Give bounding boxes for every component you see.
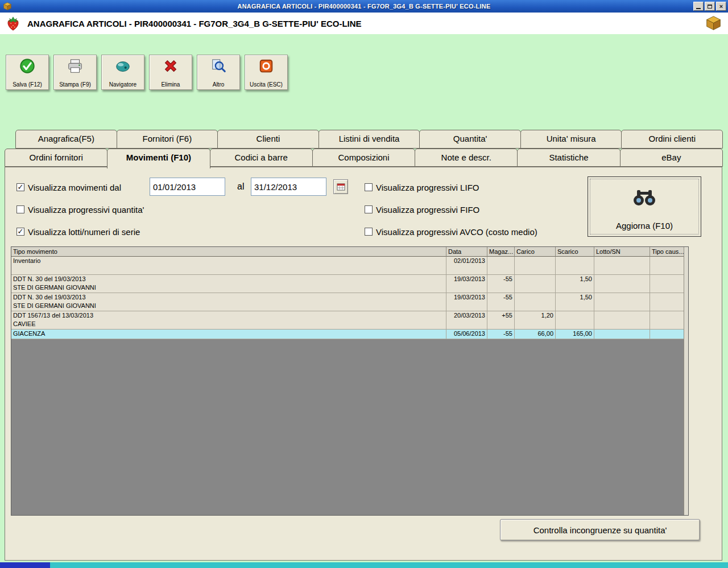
table-row[interactable]: Inventario 02/01/2013 [11,257,688,275]
window-controls: × [693,2,726,11]
filter-movimenti-dal: Visualizza movimenti dal [16,182,121,193]
cell-carico [515,293,556,311]
printer-icon [67,57,84,77]
taskbar-edge [0,562,728,568]
check-inconsistencies-label: Controlla incongruenze su quantita' [533,525,667,535]
avco-checkbox[interactable] [365,228,373,236]
cell-lotto-sn [594,275,650,293]
cell-carico [515,257,556,275]
restore-button[interactable] [705,2,715,11]
date-from-input[interactable] [150,178,225,196]
cell-data: 02/01/2013 [446,257,487,275]
tab-unita-misura[interactable]: Unita' misura [520,130,622,149]
fifo-checkbox[interactable] [365,205,373,213]
lifo-checkbox[interactable] [365,183,373,191]
column-header-magazzino[interactable]: Magaz... [487,247,515,257]
minimize-button[interactable] [693,2,704,11]
tab-ebay[interactable]: eBay [620,149,723,167]
other-button[interactable]: Altro [197,55,240,90]
delete-button[interactable]: Elimina [149,55,192,90]
tab-ordini-fornitori[interactable]: Ordini fornitori [5,149,107,167]
tab-composizioni[interactable]: Composizioni [312,149,415,167]
cell-data: 19/03/2013 [446,275,487,293]
refresh-button[interactable]: Aggiorna (F10) [588,176,701,237]
table-row-giacenza[interactable]: GIACENZA 05/06/2013 -55 66,00 165,00 [11,330,688,339]
exit-button-label: Uscita (ESC) [250,81,283,88]
tab-listini-di-vendita[interactable]: Listini di vendita [318,130,420,149]
date-to-input[interactable] [251,178,326,196]
cell-tipo-movimento: Inventario [11,257,446,275]
cell-tipo-causale [650,330,685,339]
movimenti-panel: Visualizza movimenti dal al Visualizza p… [5,167,722,561]
column-header-tipo-causale[interactable]: Tipo caus... [650,247,685,257]
column-header-scarico[interactable]: Scarico [556,247,594,257]
cell-data: 19/03/2013 [446,293,487,311]
tab-strip-top: Anagrafica(F5) Fornitori (F6) Clienti Li… [15,130,722,149]
column-header-data[interactable]: Data [446,247,487,257]
tab-note-e-descr[interactable]: Note e descr. [415,149,518,167]
exit-button[interactable]: Uscita (ESC) [245,55,288,90]
page-title: ANAGRAFICA ARTICOLI - PIR400000341 - FG7… [27,19,362,28]
progressivi-quantita-checkbox[interactable] [16,205,24,213]
cell-tipo-movimento: DDT 1567/13 del 13/03/2013CAVIEE [11,311,446,330]
calendar-icon [337,183,345,191]
tab-anagrafica[interactable]: Anagrafica(F5) [15,130,117,149]
toolbar: Salva (F12) Stampa (F9) Navigatore [6,55,288,90]
close-button[interactable]: × [716,2,726,11]
filter-fifo: Visualizza progressivi FIFO [365,204,479,215]
delete-button-label: Elimina [162,81,180,88]
column-header-lotto-sn[interactable]: Lotto/SN [594,247,650,257]
cell-data: 05/06/2013 [446,330,487,339]
cell-scarico: 1,50 [556,275,594,293]
lotti-serie-checkbox[interactable] [16,228,24,236]
save-button-label: Salva (F12) [13,81,42,88]
cell-tipo-causale [650,275,685,293]
tab-movimenti[interactable]: Movimenti (F10) [107,149,210,168]
strawberry-icon [5,15,22,34]
lifo-label: Visualizza progressivi LIFO [376,183,479,192]
column-header-carico[interactable]: Carico [515,247,556,257]
tab-fornitori[interactable]: Fornitori (F6) [117,130,218,149]
movimenti-dal-checkbox[interactable] [16,183,24,191]
check-inconsistencies-button[interactable]: Controlla incongruenze su quantita' [500,519,700,541]
filter-lifo: Visualizza progressivi LIFO [365,182,479,193]
binoculars-icon [632,187,657,209]
cell-tipo-movimento: GIACENZA [11,330,446,339]
tab-quantita[interactable]: Quantita' [419,130,521,149]
progressivi-quantita-label: Visualizza progressivi quantita' [28,205,144,215]
navigator-button-label: Navigatore [109,81,136,88]
tab-codici-a-barre[interactable]: Codici a barre [210,149,313,167]
cell-lotto-sn [594,330,650,339]
table-row[interactable]: DDT N. 30 del 19/03/2013STE DI GERMANI G… [11,293,688,311]
save-button[interactable]: Salva (F12) [6,55,49,90]
table-row[interactable]: DDT 1567/13 del 13/03/2013CAVIEE 20/03/2… [11,311,688,330]
table-row[interactable]: DDT N. 30 del 19/03/2013STE DI GERMANI G… [11,275,688,293]
box-icon [706,15,721,33]
tab-clienti[interactable]: Clienti [217,130,319,149]
cell-scarico [556,257,594,275]
grid-filler-column [684,247,688,515]
cell-carico: 1,20 [515,311,556,330]
movimenti-dal-label: Visualizza movimenti dal [28,183,121,192]
calendar-button[interactable] [333,179,348,194]
cell-scarico: 165,00 [556,330,594,339]
cell-lotto-sn [594,311,650,330]
column-header-tipo-movimento[interactable]: Tipo movimento [11,247,446,257]
fifo-label: Visualizza progressivi FIFO [376,205,479,215]
cell-magazzino: -55 [487,275,515,293]
window-app-icon[interactable] [3,2,12,11]
other-button-label: Altro [213,81,225,88]
tab-ordini-clienti[interactable]: Ordini clienti [621,130,723,149]
cell-tipo-causale [650,257,685,275]
tab-statistiche[interactable]: Statistiche [517,149,620,167]
cell-scarico: 1,50 [556,293,594,311]
titlebar: ANAGRAFICA ARTICOLI - PIR400000341 - FG7… [0,0,728,13]
cell-scarico [556,311,594,330]
al-label: al [237,182,244,192]
print-button[interactable]: Stampa (F9) [53,55,97,90]
tab-strip-bottom: Ordini fornitori Movimenti (F10) Codici … [5,149,722,167]
cell-carico [515,275,556,293]
movements-grid: Tipo movimento Data Magaz... Carico Scar… [11,246,689,516]
navigator-button[interactable]: Navigatore [101,55,144,90]
cell-data: 20/03/2013 [446,311,487,330]
